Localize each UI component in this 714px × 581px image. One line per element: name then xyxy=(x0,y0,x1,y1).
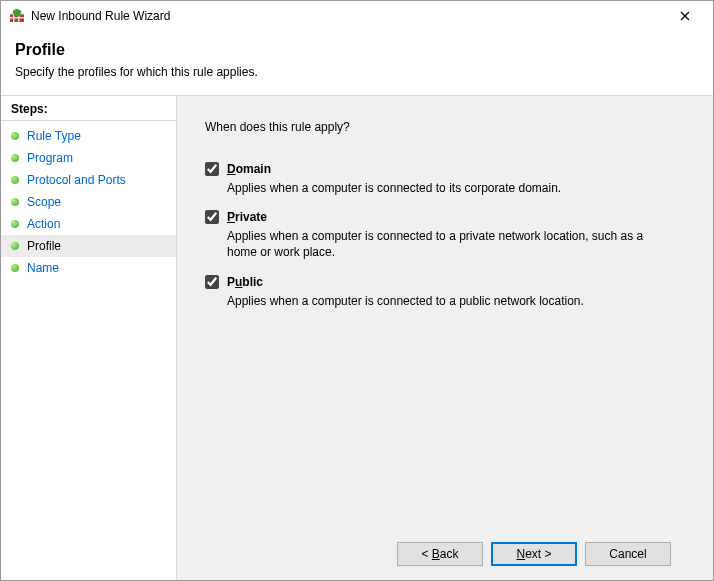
bullet-icon xyxy=(11,154,19,162)
footer-buttons: < Back Next > Cancel xyxy=(205,528,685,580)
steps-list: Rule TypeProgramProtocol and PortsScopeA… xyxy=(1,125,176,279)
content-pane: When does this rule apply? DomainApplies… xyxy=(177,96,713,580)
bullet-icon xyxy=(11,242,19,250)
step-scope[interactable]: Scope xyxy=(1,191,176,213)
page-subtitle: Specify the profiles for which this rule… xyxy=(15,65,699,79)
profile-option-domain: DomainApplies when a computer is connect… xyxy=(205,162,685,196)
step-link[interactable]: Protocol and Ports xyxy=(27,173,126,187)
next-button[interactable]: Next > xyxy=(491,542,577,566)
step-action[interactable]: Action xyxy=(1,213,176,235)
step-link[interactable]: Action xyxy=(27,217,60,231)
window-title: New Inbound Rule Wizard xyxy=(31,9,665,23)
profile-option-private: PrivateApplies when a computer is connec… xyxy=(205,210,685,260)
step-program[interactable]: Program xyxy=(1,147,176,169)
option-row: Domain xyxy=(205,162,685,176)
domain-description: Applies when a computer is connected to … xyxy=(227,180,667,196)
bullet-icon xyxy=(11,198,19,206)
back-button[interactable]: < Back xyxy=(397,542,483,566)
domain-label[interactable]: Domain xyxy=(227,162,271,176)
wizard-window: New Inbound Rule Wizard Profile Specify … xyxy=(0,0,714,581)
bullet-icon xyxy=(11,132,19,140)
domain-checkbox[interactable] xyxy=(205,162,219,176)
private-label[interactable]: Private xyxy=(227,210,267,224)
step-link[interactable]: Program xyxy=(27,151,73,165)
step-link[interactable]: Name xyxy=(27,261,59,275)
public-checkbox[interactable] xyxy=(205,275,219,289)
bullet-icon xyxy=(11,220,19,228)
firewall-icon xyxy=(9,8,25,24)
body: Steps: Rule TypeProgramProtocol and Port… xyxy=(1,96,713,580)
step-link[interactable]: Rule Type xyxy=(27,129,81,143)
page-title: Profile xyxy=(15,41,699,59)
step-rule-type[interactable]: Rule Type xyxy=(1,125,176,147)
bullet-icon xyxy=(11,264,19,272)
step-profile: Profile xyxy=(1,235,176,257)
profile-option-public: PublicApplies when a computer is connect… xyxy=(205,275,685,309)
public-label[interactable]: Public xyxy=(227,275,263,289)
public-description: Applies when a computer is connected to … xyxy=(227,293,667,309)
bullet-icon xyxy=(11,176,19,184)
step-link[interactable]: Scope xyxy=(27,195,61,209)
steps-sidebar: Steps: Rule TypeProgramProtocol and Port… xyxy=(1,96,177,580)
option-row: Public xyxy=(205,275,685,289)
steps-heading: Steps: xyxy=(1,96,176,121)
step-protocol-and-ports[interactable]: Protocol and Ports xyxy=(1,169,176,191)
profile-options: DomainApplies when a computer is connect… xyxy=(205,162,685,323)
private-checkbox[interactable] xyxy=(205,210,219,224)
prompt-text: When does this rule apply? xyxy=(205,120,685,134)
step-name[interactable]: Name xyxy=(1,257,176,279)
private-description: Applies when a computer is connected to … xyxy=(227,228,667,260)
step-label: Profile xyxy=(27,239,61,253)
option-row: Private xyxy=(205,210,685,224)
close-button[interactable] xyxy=(665,8,705,24)
cancel-button[interactable]: Cancel xyxy=(585,542,671,566)
header: Profile Specify the profiles for which t… xyxy=(1,31,713,96)
titlebar: New Inbound Rule Wizard xyxy=(1,1,713,31)
